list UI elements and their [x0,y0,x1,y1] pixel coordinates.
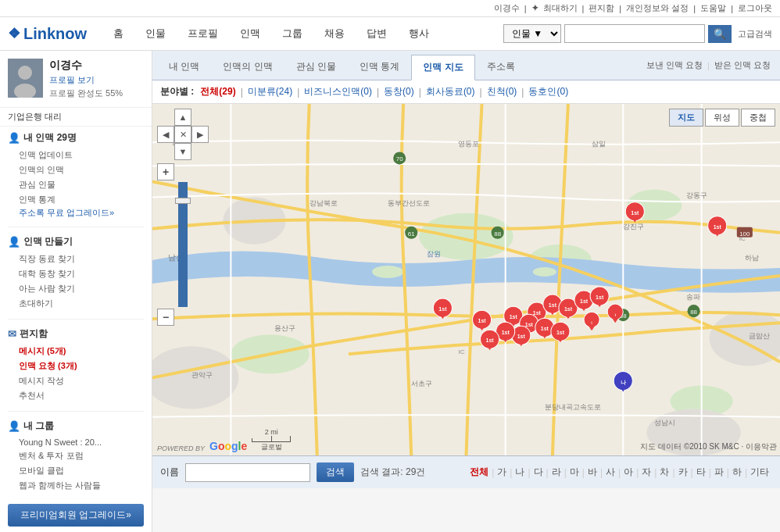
name-label: 이름 [160,466,179,479]
alpha-ka[interactable]: 카 [675,466,691,479]
profile-view-link[interactable]: 프로필 보기 [49,74,144,86]
zoom-in-button[interactable]: + [157,163,174,180]
filter-unclassified[interactable]: 미분류(24) [248,85,292,98]
nav-center[interactable]: ✕ [174,126,191,143]
sidebar-group-mobile[interactable]: 모바일 클럽 [8,463,144,478]
sidebar-invite[interactable]: 초대하기 [8,296,144,311]
nav-menu: 홈 인물 프로필 인맥 그룹 채용 답변 행사 [102,22,503,45]
zoom-slider[interactable] [175,198,191,204]
zoom-out-button[interactable]: − [157,309,174,326]
sidebar-group-young[interactable]: Young N Sweet : 20... [8,436,144,448]
filter-club[interactable]: 동호인(0) [528,85,568,98]
filter-alumni[interactable]: 동창(0) [384,85,414,98]
sidebar-find-coworker[interactable]: 직장 동료 찾기 [8,252,144,266]
alpha-ra[interactable]: 라 [549,466,564,479]
logo-text: Linknow [23,25,87,43]
alpha-na[interactable]: 나 [512,466,528,479]
top-settings[interactable]: 개인정보와 설정 [626,2,689,14]
nav-home[interactable]: 홈 [102,22,134,45]
filter-coworker[interactable]: 회사동료(0) [426,85,475,98]
tab-network-stats[interactable]: 인맥 통계 [348,54,411,80]
advanced-search[interactable]: 고급검색 [738,28,772,40]
top-help[interactable]: 도움말 [700,2,726,14]
filter-business[interactable]: 비즈니스인맥(0) [304,85,372,98]
nav-network[interactable]: 인맥 [229,22,271,45]
sidebar-address-upgrade[interactable]: 주소록 무료 업그레이드» [8,208,114,219]
tab-network-map[interactable]: 인맥 지도 [411,55,474,80]
mailbox-title: 편지함 [20,327,48,341]
nav-answers[interactable]: 답변 [356,22,398,45]
svg-text:성남시: 성남시 [654,419,675,427]
top-logout[interactable]: 로그아웃 [738,2,772,14]
search-area: 인물 ▼ 🔍 고급검색 [503,24,772,43]
nav-right[interactable]: ▶ [191,126,209,143]
top-invite[interactable]: 최대하기 [543,2,578,14]
alpha-ja[interactable]: 자 [639,466,654,479]
sidebar-interest-people[interactable]: 관심 인물 [8,177,144,192]
alpha-ma[interactable]: 마 [567,466,582,479]
sidebar-group-venture[interactable]: 벤처 & 투자 포럼 [8,448,144,463]
nav-groups[interactable]: 그룹 [271,22,313,45]
search-input[interactable] [564,24,705,43]
logo[interactable]: ❖ Linknow [8,25,87,43]
alpha-pa[interactable]: 파 [711,466,727,479]
sidebar-messages[interactable]: 메시지 (5개) [8,344,144,359]
nav-left[interactable]: ◀ [157,126,174,143]
tab-network-of-network[interactable]: 인맥의 인맥 [211,54,284,80]
filter-bar: 분야별 : 전체(29) | 미분류(24) | 비즈니스인맥(0) | 동창(… [152,80,780,104]
tab-interest-people[interactable]: 관심 인물 [284,54,348,80]
main-layout: 이경수 프로필 보기 프로필 완성도 55% 기업은행 대리 👤 내 인맥 29… [0,51,780,532]
sidebar-recommendation[interactable]: 추천서 [8,388,144,403]
filter-all[interactable]: 전체(29) [200,85,235,98]
tab-address-book[interactable]: 주소록 [475,54,527,80]
sidebar-write-message[interactable]: 메시지 작성 [8,373,144,388]
sidebar-network-update[interactable]: 인맥 업데이트 [8,148,144,162]
profile-complete: 프로필 완성도 55% [49,87,144,99]
alpha-ha[interactable]: 하 [729,466,745,479]
nav-people[interactable]: 인물 [134,22,177,45]
received-requests-link[interactable]: 받은 인맥 요청 [710,54,775,77]
sidebar-network-of-network[interactable]: 인맥의 인맥 [8,162,144,177]
name-search-button[interactable]: 검색 [317,462,354,482]
alpha-cha[interactable]: 차 [657,466,672,479]
alpha-da[interactable]: 다 [531,466,546,479]
svg-text:동부간선도로: 동부간선도로 [388,199,430,207]
search-button[interactable]: 🔍 [708,25,732,43]
sidebar-network-stats[interactable]: 인맥 통계 [8,192,144,207]
map-navigation: ▲ ◀ ✕ ▶ ▼ + − [157,109,209,323]
name-input[interactable] [185,463,310,482]
group-icon: 👤 [8,420,20,432]
tab-bar: 내 인맥 인맥의 인맥 관심 인물 인맥 통계 인맥 지도 주소록 보낸 인맥 … [152,51,780,80]
nav-jobs[interactable]: 채용 [313,22,356,45]
alpha-ta[interactable]: 타 [693,466,709,479]
map-type-satellite[interactable]: 위성 [705,109,739,127]
alpha-sa[interactable]: 사 [603,466,618,479]
top-mailbox[interactable]: 편지함 [589,2,614,14]
svg-point-9 [372,266,403,278]
alpha-all[interactable]: 전체 [467,466,492,479]
alpha-etc[interactable]: 기타 [747,466,772,479]
nav-profile[interactable]: 프로필 [177,22,229,45]
sidebar-find-alumni[interactable]: 대학 동창 찾기 [8,266,144,281]
tab-my-network[interactable]: 내 인맥 [157,54,211,80]
svg-text:IC: IC [506,333,512,340]
nav-up[interactable]: ▲ [174,109,191,126]
sidebar-group-web[interactable]: 웹과 함께하는 사람들 [8,478,144,493]
alpha-ga[interactable]: 가 [494,466,510,479]
search-bottom-bar: 이름 검색 검색 결과: 29건 전체 | 가 | 나 | 다 | 라 | 마 … [152,455,780,488]
map-type-overlay[interactable]: 중첩 [741,109,775,127]
nav-down[interactable]: ▼ [174,143,191,160]
alpha-ba[interactable]: 바 [585,466,600,479]
filter-relative[interactable]: 친척(0) [487,85,517,98]
nav-events[interactable]: 행사 [398,22,440,45]
sidebar-find-people[interactable]: 아는 사람 찾기 [8,281,144,296]
mailbox-section: ✉ 편지함 메시지 (5개) 인맥 요청 (3개) 메시지 작성 추천서 [0,323,152,408]
svg-text:70: 70 [396,155,403,162]
sidebar-requests[interactable]: 인맥 요청 (3개) [8,359,144,373]
map-type-map[interactable]: 지도 [669,109,703,127]
sent-requests-link[interactable]: 보낸 인맥 요청 [642,54,707,77]
premium-upgrade-button[interactable]: 프리미엄회원 업그레이드» [8,504,144,527]
alpha-a[interactable]: 아 [621,466,636,479]
svg-text:송파: 송파 [686,293,700,301]
search-select[interactable]: 인물 ▼ [503,24,561,43]
